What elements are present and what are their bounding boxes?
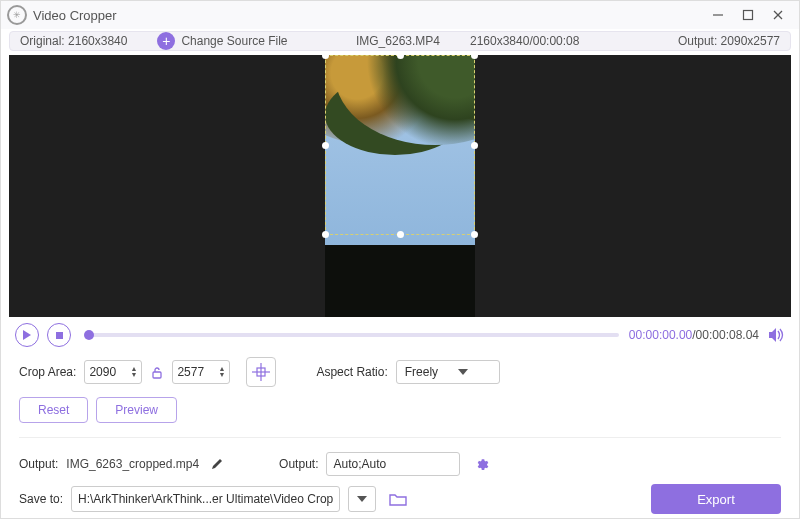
time-display: 00:00:00.00/00:00:08.04 (629, 328, 759, 342)
info-bar: Original: 2160x3840 + Change Source File… (9, 31, 791, 51)
maximize-button[interactable] (733, 1, 763, 29)
original-dimensions: Original: 2160x3840 (20, 34, 127, 48)
output-dimensions: Output: 2090x2577 (678, 34, 780, 48)
svg-rect-7 (153, 372, 161, 378)
timeline-slider[interactable] (89, 333, 619, 337)
output-settings-button[interactable] (474, 457, 489, 472)
settings-form: Crop Area: 2090▲▼ 2577▲▼ Aspect Ratio: F… (1, 347, 799, 476)
volume-button[interactable] (769, 328, 785, 342)
titlebar: ✳ Video Cropper (1, 1, 799, 29)
svg-marker-11 (458, 369, 468, 375)
source-filename: IMG_6263.MP4 (356, 34, 440, 48)
add-source-button[interactable]: + (157, 32, 175, 50)
crop-handle-br[interactable] (471, 231, 478, 238)
app-icon: ✳ (7, 5, 27, 25)
crop-handle-tl[interactable] (322, 52, 329, 59)
save-to-label: Save to: (19, 492, 63, 506)
crop-area-label: Crop Area: (19, 365, 76, 379)
svg-rect-1 (744, 11, 753, 20)
playback-controls: 00:00:00.00/00:00:08.04 (1, 317, 799, 347)
change-source-link[interactable]: Change Source File (181, 34, 287, 48)
crop-center-button[interactable] (246, 357, 276, 387)
aspect-ratio-label: Aspect Ratio: (316, 365, 387, 379)
aspect-ratio-select[interactable]: Freely (396, 360, 500, 384)
crop-handle-tc[interactable] (397, 52, 404, 59)
video-frame[interactable] (325, 55, 475, 317)
chevron-down-icon (458, 369, 468, 375)
output-file-label: Output: (19, 457, 58, 471)
crop-handle-tr[interactable] (471, 52, 478, 59)
chevron-down-icon (357, 496, 367, 502)
reset-button[interactable]: Reset (19, 397, 88, 423)
open-folder-button[interactable] (388, 490, 408, 508)
save-path-field[interactable]: H:\ArkThinker\ArkThink...er Ultimate\Vid… (71, 486, 340, 512)
preview-button[interactable]: Preview (96, 397, 177, 423)
output-format-label: Output: (279, 457, 318, 471)
crop-handle-ml[interactable] (322, 142, 329, 149)
timeline-knob[interactable] (84, 330, 94, 340)
crop-handle-bc[interactable] (397, 231, 404, 238)
edit-filename-button[interactable] (211, 458, 223, 470)
crop-handle-mr[interactable] (471, 142, 478, 149)
stop-button[interactable] (47, 323, 71, 347)
divider (19, 437, 781, 438)
output-file-name: IMG_6263_cropped.mp4 (66, 457, 199, 471)
svg-marker-6 (769, 328, 776, 342)
close-button[interactable] (763, 1, 793, 29)
export-button[interactable]: Export (651, 484, 781, 514)
app-title: Video Cropper (33, 8, 117, 23)
crop-height-input[interactable]: 2577▲▼ (172, 360, 230, 384)
video-preview-area (9, 55, 791, 317)
source-dims-duration: 2160x3840/00:00:08 (470, 34, 579, 48)
spinner-icon[interactable]: ▲▼ (130, 366, 137, 378)
bottom-bar: Save to: H:\ArkThinker\ArkThink...er Ult… (1, 476, 799, 519)
svg-marker-12 (357, 496, 367, 502)
play-button[interactable] (15, 323, 39, 347)
svg-marker-4 (23, 330, 31, 340)
output-format-field[interactable]: Auto;Auto (326, 452, 460, 476)
spinner-icon[interactable]: ▲▼ (218, 366, 225, 378)
save-path-dropdown[interactable] (348, 486, 376, 512)
crop-handle-bl[interactable] (322, 231, 329, 238)
crop-width-input[interactable]: 2090▲▼ (84, 360, 142, 384)
video-cropper-window: ✳ Video Cropper Original: 2160x3840 + Ch… (0, 0, 800, 519)
crop-selection[interactable] (325, 55, 475, 235)
minimize-button[interactable] (703, 1, 733, 29)
svg-rect-5 (56, 332, 63, 339)
lock-aspect-button[interactable] (150, 366, 164, 379)
